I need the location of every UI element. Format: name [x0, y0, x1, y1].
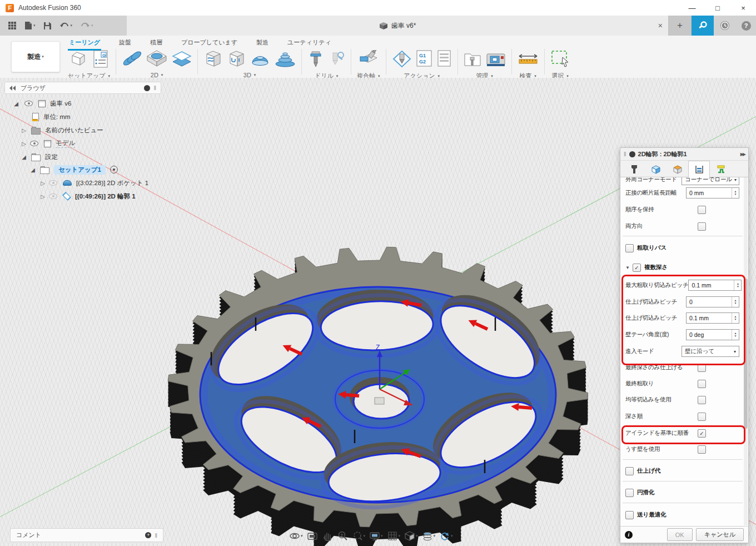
maximize-button[interactable]: □	[705, 0, 730, 16]
tab-passes[interactable]	[688, 161, 710, 177]
document-close-icon[interactable]: ×	[658, 21, 663, 30]
tangential-extension-input[interactable]: 0 mm▲▼	[686, 187, 739, 198]
close-button[interactable]: ×	[730, 0, 756, 16]
tab-heights[interactable]	[667, 162, 688, 177]
3d-spiral-button[interactable]	[275, 50, 296, 68]
undo-button[interactable]: ▾	[59, 22, 73, 29]
measure-button[interactable]	[518, 51, 539, 67]
tree-item-setup1[interactable]: ◢ セットアップ1	[29, 164, 118, 175]
dialog-expand-icon[interactable]: ▶▶	[740, 152, 745, 157]
feed-optimization-checkbox[interactable]	[625, 511, 634, 519]
add-comment-icon[interactable]: +	[145, 532, 151, 538]
expand-icon[interactable]: ◢	[12, 101, 20, 107]
help-button[interactable]: ?	[736, 16, 756, 36]
pan-button[interactable]	[321, 529, 334, 543]
tree-item-2d-pocket[interactable]: ▷ [(3:02:28)] 2D ポケット 1	[39, 177, 148, 188]
visibility-eye-icon[interactable]	[30, 141, 38, 146]
visibility-eye-icon[interactable]	[49, 193, 57, 199]
spinner-buttons[interactable]: ▲▼	[732, 188, 739, 198]
final-roughing-checkbox[interactable]	[698, 380, 706, 388]
2d-contour-button[interactable]	[172, 51, 192, 67]
depth-order-checkbox[interactable]	[698, 413, 706, 421]
even-stepdowns-checkbox[interactable]	[698, 396, 706, 404]
visibility-eye-icon[interactable]	[24, 101, 33, 106]
tree-item-label-selected[interactable]: セットアップ1	[54, 165, 106, 175]
expand-icon[interactable]: ▷	[20, 141, 28, 147]
dialog-drag-handle[interactable]: ‖	[624, 151, 626, 157]
roughing-passes-checkbox[interactable]	[625, 244, 634, 252]
smoothing-checkbox[interactable]	[625, 489, 634, 497]
expand-icon[interactable]: ◢	[29, 167, 37, 173]
tree-item-label[interactable]: 名前の付いたビュー	[45, 126, 103, 135]
job-status-button[interactable]	[692, 16, 714, 36]
history-button[interactable]	[714, 16, 736, 36]
both-directions-checkbox[interactable]	[698, 222, 706, 231]
viewports-button[interactable]: ▾	[403, 529, 419, 543]
spinner-buttons[interactable]: ▲▼	[734, 280, 741, 290]
spinner-buttons[interactable]: ▲▼	[732, 297, 739, 307]
app-grid-icon[interactable]	[8, 21, 17, 30]
dialog-header[interactable]: ‖ 2D輪郭 : 2D輪郭1 ▶▶	[620, 148, 748, 161]
new-setup-button[interactable]	[70, 50, 89, 68]
finish-final-only-checkbox[interactable]	[698, 364, 706, 372]
comment-resize-handle[interactable]: ‖	[155, 532, 157, 539]
tab-geometry[interactable]	[645, 162, 667, 177]
tree-item-label[interactable]: 単位: mm	[43, 113, 71, 121]
tab-linking[interactable]	[710, 162, 732, 177]
active-setup-radio-icon[interactable]	[110, 166, 118, 173]
tool-library-button[interactable]	[464, 50, 481, 68]
drill-wrench-button[interactable]	[329, 49, 345, 68]
new-tab-button[interactable]: +	[669, 16, 692, 36]
tab-tool[interactable]	[623, 162, 645, 177]
tree-item-2d-contour[interactable]: ▷ [(0:49:26)] 2D 輪郭 1	[39, 191, 136, 202]
tree-item-label[interactable]: [(3:02:28)] 2D ポケット 1	[76, 179, 148, 187]
tree-item-settings[interactable]: ◢ 設定	[20, 151, 58, 162]
collapse-browser-icon[interactable]	[9, 86, 16, 91]
finish-stepdowns-input[interactable]: 0▲▼	[686, 296, 739, 307]
comment-bar[interactable]: コメント +‖	[10, 528, 163, 542]
browser-dot-icon[interactable]	[144, 85, 150, 91]
minimize-button[interactable]: —	[679, 0, 705, 16]
tree-item-label[interactable]: 設定	[45, 153, 58, 161]
spinner-buttons[interactable]: ▲▼	[732, 313, 739, 323]
dialog-scrollbar[interactable]	[744, 177, 748, 525]
browser-resize-handle[interactable]: ‖	[153, 85, 156, 91]
tree-item-root[interactable]: ◢ 歯車 v6	[12, 98, 71, 109]
tree-item-label[interactable]: [(0:49:26)] 2D 輪郭 1	[75, 192, 136, 201]
3d-scallop-button[interactable]	[250, 51, 270, 67]
refresh-button[interactable]: ▾	[438, 529, 454, 543]
expand-icon[interactable]: ▷	[39, 193, 47, 200]
setup-sheet-button[interactable]: G	[93, 50, 108, 68]
order-by-islands-checkbox[interactable]: ✓	[698, 429, 706, 438]
look-at-button[interactable]	[306, 529, 319, 543]
expand-icon[interactable]: ◢	[20, 154, 28, 160]
window-select-button[interactable]	[550, 49, 570, 68]
tree-item-model[interactable]: ▷ モデル	[20, 138, 75, 149]
max-stepdown-input[interactable]: 0.1 mm▲▼	[688, 280, 742, 291]
save-button[interactable]	[43, 22, 52, 30]
2d-pocket-button[interactable]	[146, 49, 167, 68]
machine-library-button[interactable]	[486, 51, 506, 67]
3d-adaptive-button[interactable]	[203, 49, 222, 68]
tree-item-units[interactable]: 単位: mm	[32, 111, 71, 122]
wall-taper-input[interactable]: 0 deg▲▼	[686, 329, 739, 340]
document-tab[interactable]: 歯車 v6* ×	[127, 16, 669, 36]
file-menu-button[interactable]: ▾	[24, 21, 36, 30]
corner-mode-select[interactable]: コーナーでロール▾	[682, 177, 739, 185]
simulate-button[interactable]	[392, 49, 412, 68]
2d-face-button[interactable]	[122, 50, 142, 68]
finish-stepdown-input[interactable]: 0.1 mm▲▼	[686, 312, 739, 324]
drill-button[interactable]	[307, 49, 324, 68]
spinner-buttons[interactable]: ▲▼	[732, 330, 739, 340]
info-icon[interactable]: i	[625, 531, 633, 539]
browser-header[interactable]: ブラウザ ‖	[4, 82, 161, 94]
ok-button[interactable]: OK	[667, 528, 693, 541]
expand-icon[interactable]: ▷	[20, 127, 28, 133]
undo-caret-icon[interactable]: ▾	[71, 23, 73, 28]
tree-item-label[interactable]: 歯車 v6	[50, 100, 71, 108]
gear-model[interactable]: Z	[156, 235, 600, 546]
expand-icon[interactable]: ▷	[39, 180, 47, 186]
multi-axis-button[interactable]	[358, 50, 379, 68]
redo-caret-icon[interactable]: ▾	[91, 23, 93, 28]
stock-to-leave-checkbox[interactable]	[625, 467, 634, 475]
